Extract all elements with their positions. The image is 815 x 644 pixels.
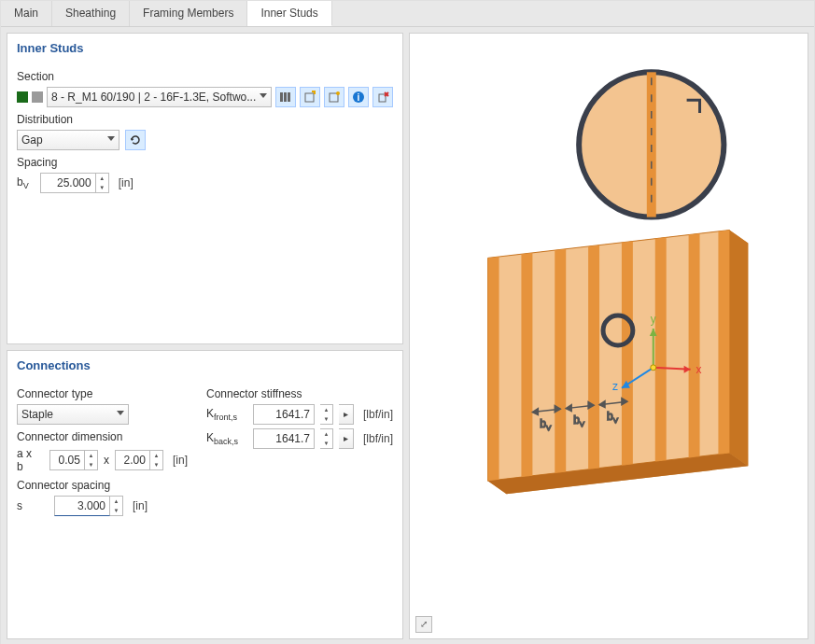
svg-marker-21 <box>588 245 599 469</box>
k-back-apply-button[interactable]: ▸ <box>339 428 354 449</box>
visualization-panel: x y z bV <box>409 33 808 639</box>
svg-marker-19 <box>521 253 532 477</box>
dim-b-spinner[interactable]: ▲▼ <box>150 450 163 470</box>
svg-rect-3 <box>305 93 314 102</box>
tab-sheathing[interactable]: Sheathing <box>52 1 130 26</box>
tab-inner-studs[interactable]: Inner Studs <box>247 1 331 26</box>
k-front-input[interactable]: 1641.7 <box>253 404 315 425</box>
dim-a-input[interactable]: 0.05 <box>49 450 85 470</box>
dim-b-input[interactable]: 2.00 <box>115 450 150 470</box>
section-label: Section <box>17 70 393 83</box>
bv-unit: [in] <box>119 176 133 189</box>
section-color-swatch-1 <box>17 91 28 103</box>
bv-symbol: bV <box>17 175 29 190</box>
k-front-label: Kfront,s <box>206 407 247 422</box>
bv-input[interactable]: 25.000 <box>40 173 96 193</box>
new-section-button[interactable] <box>300 87 320 107</box>
k-front-unit: [lbf/in] <box>363 408 393 421</box>
delete-section-button[interactable] <box>372 87 393 107</box>
x-label: x <box>104 454 109 467</box>
svg-text:i: i <box>358 92 360 103</box>
svg-rect-0 <box>280 92 283 102</box>
svg-marker-18 <box>488 257 499 481</box>
view-options-button[interactable]: ⤢ <box>415 616 432 633</box>
axis-y-label: y <box>651 313 656 326</box>
k-back-label: Kback,s <box>206 431 247 446</box>
s-spinner[interactable]: ▲▼ <box>110 496 123 516</box>
axis-x-label: x <box>696 363 702 376</box>
library-button[interactable] <box>275 87 296 107</box>
wall-panel-viz[interactable]: x y z bV <box>410 34 808 638</box>
bv-spinner[interactable]: ▲▼ <box>96 173 109 193</box>
svg-marker-23 <box>655 237 667 461</box>
edit-section-button[interactable] <box>324 87 344 107</box>
connector-stiffness-label: Connector stiffness <box>206 387 393 400</box>
chevron-down-icon <box>107 136 115 141</box>
svg-rect-2 <box>288 92 290 102</box>
panel-title: Inner Studs <box>7 34 402 59</box>
svg-point-33 <box>651 365 656 371</box>
section-color-swatch-2 <box>32 91 43 103</box>
chevron-down-icon <box>117 411 124 415</box>
spacing-label: Spacing <box>17 156 393 169</box>
connector-type-label: Connector type <box>17 387 188 400</box>
connections-panel: Connections Connector type Staple Connec… <box>7 350 403 639</box>
svg-marker-20 <box>555 249 566 473</box>
svg-marker-16 <box>729 231 748 467</box>
chevron-down-icon <box>260 93 267 98</box>
s-unit: [in] <box>133 499 148 512</box>
k-front-spinner[interactable]: ▲▼ <box>320 404 333 425</box>
dim-unit: [in] <box>173 454 188 467</box>
svg-rect-1 <box>284 92 287 102</box>
distribution-select[interactable]: Gap <box>17 130 119 150</box>
tab-main[interactable]: Main <box>1 1 52 26</box>
k-back-spinner[interactable]: ▲▼ <box>320 428 333 449</box>
k-back-unit: [lbf/in] <box>363 432 393 445</box>
tab-bar: Main Sheathing Framing Members Inner Stu… <box>1 1 814 27</box>
k-back-input[interactable]: 1641.7 <box>253 428 315 449</box>
section-select[interactable]: 8 - R_M1 60/190 | 2 - 16F-1.3E, Softwo..… <box>47 87 272 107</box>
connector-type-select[interactable]: Staple <box>17 404 129 425</box>
connector-spacing-label: Connector spacing <box>17 479 188 492</box>
connections-title: Connections <box>7 351 402 376</box>
k-front-apply-button[interactable]: ▸ <box>339 404 354 425</box>
inner-studs-panel: Inner Studs Section 8 - R_M1 60/190 | 2 … <box>7 33 403 344</box>
reset-distribution-button[interactable] <box>125 130 146 150</box>
axb-label: a x b <box>17 447 38 473</box>
dim-a-spinner[interactable]: ▲▼ <box>85 450 98 470</box>
distribution-label: Distribution <box>17 113 393 126</box>
svg-marker-24 <box>689 233 700 457</box>
svg-marker-22 <box>622 241 633 465</box>
connector-dim-label: Connector dimension <box>17 430 188 443</box>
s-input[interactable]: 3.000 <box>54 496 110 516</box>
axis-z-label: z <box>612 380 618 393</box>
svg-marker-25 <box>718 231 729 455</box>
s-label: s <box>17 499 43 512</box>
info-button[interactable]: i <box>348 87 369 107</box>
svg-point-5 <box>336 91 340 95</box>
tab-framing-members[interactable]: Framing Members <box>130 1 247 26</box>
